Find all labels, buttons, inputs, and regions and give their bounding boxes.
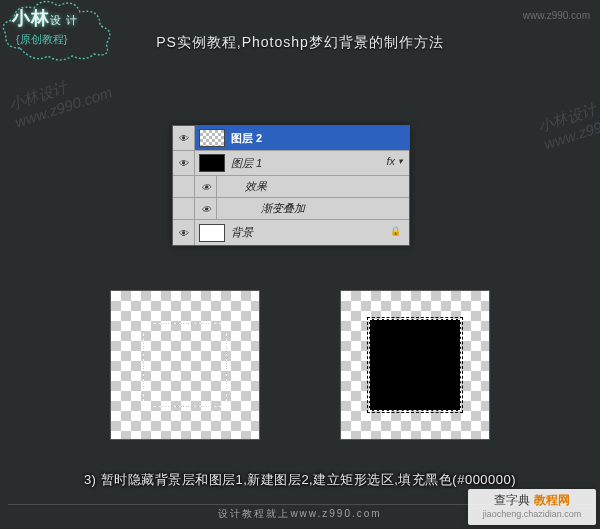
layer-thumbnail [199, 154, 225, 172]
brand-main: 小林 [12, 8, 50, 28]
visibility-toggle[interactable] [173, 151, 195, 175]
filled-rectangle [369, 319, 461, 411]
eye-icon [179, 132, 189, 144]
eye-icon [179, 157, 189, 169]
badge-brand-suffix: 教程网 [530, 493, 569, 507]
illustration-row [0, 290, 600, 440]
effect-label: 渐变叠加 [217, 198, 305, 219]
badge-brand: 查字典 [494, 493, 530, 507]
layer-effects-header[interactable]: 效果 [173, 176, 409, 198]
layer-row[interactable]: 图层 1 fx [173, 151, 409, 176]
layer-row-background[interactable]: 背景 [173, 220, 409, 245]
badge-url: jiaocheng.chazidian.com [483, 509, 582, 521]
canvas-empty-selection [110, 290, 260, 440]
layers-panel: 图层 2 图层 1 fx 效果 渐变叠加 背景 [172, 125, 410, 246]
layer-thumbnail [199, 129, 225, 147]
watermark-text: 小林设计 www.z990.com [536, 87, 600, 152]
canvas-filled-selection [340, 290, 490, 440]
effect-label: 效果 [217, 176, 267, 197]
eye-icon [201, 203, 211, 215]
visibility-toggle[interactable] [195, 176, 217, 197]
page-title: PS实例教程,Photoshp梦幻背景的制作方法 [0, 34, 600, 52]
eye-icon [179, 227, 189, 239]
source-watermark-badge: 查字典 教程网 jiaocheng.chazidian.com [468, 489, 596, 525]
layer-name: 背景 [231, 225, 409, 240]
step-caption: 3) 暂时隐藏背景层和图层1,新建图层2,建立矩形选区,填充黑色(#000000… [0, 471, 600, 489]
layer-thumbnail [199, 224, 225, 242]
source-url: www.z990.com [523, 10, 590, 21]
visibility-toggle[interactable] [173, 126, 195, 150]
marquee-selection [143, 323, 227, 407]
layer-name: 图层 2 [231, 131, 409, 146]
visibility-toggle[interactable] [173, 220, 195, 245]
layer-name: 图层 1 [231, 156, 409, 171]
layer-row-selected[interactable]: 图层 2 [173, 126, 409, 151]
visibility-toggle[interactable] [195, 198, 217, 219]
eye-icon [201, 181, 211, 193]
layer-effect-item[interactable]: 渐变叠加 [173, 198, 409, 220]
brand-suffix: 设 计 [50, 14, 78, 26]
watermark-text: 小林设计 www.z990.com [7, 65, 114, 130]
fx-badge[interactable]: fx [386, 155, 403, 167]
